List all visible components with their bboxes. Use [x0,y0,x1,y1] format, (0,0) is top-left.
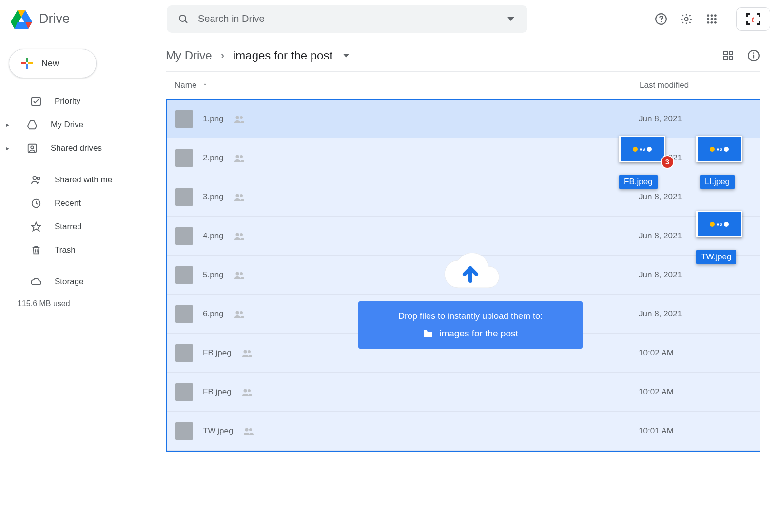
svg-rect-50 [724,51,727,55]
sidebar-item-label: Recent [55,198,81,208]
breadcrumb-root[interactable]: My Drive [166,49,212,62]
shared-drives-icon [25,143,39,154]
file-row[interactable]: 4.pngJun 8, 2021 [167,217,760,256]
folder-dropdown-icon[interactable] [343,54,349,58]
sidebar-item-storage[interactable]: Storage [0,270,161,294]
checkbox-checked-icon [29,96,43,107]
svg-rect-33 [759,13,760,17]
search-icon[interactable] [176,12,190,26]
shared-icon [243,427,254,435]
column-header-name[interactable]: Name ↑ [175,80,640,91]
file-row[interactable]: 5.pngJun 8, 2021 [167,256,760,295]
file-row[interactable]: FB.jpeg10:02 AM [167,373,760,412]
shared-icon [234,310,245,318]
file-modified: Jun 8, 2021 [639,270,751,280]
help-icon[interactable] [654,12,668,26]
svg-point-44 [31,146,34,149]
svg-marker-42 [28,121,37,129]
svg-point-46 [38,177,40,180]
svg-point-19 [707,14,709,17]
sidebar-item-shared-with-me[interactable]: Shared with me [0,168,161,192]
star-icon [29,221,43,232]
sidebar-item-label: Shared drives [51,143,102,153]
column-headers: Name ↑ Last modified [166,72,760,99]
file-name: 5.png [203,270,224,280]
svg-point-64 [240,233,243,236]
svg-point-72 [248,389,251,392]
file-modified: 10:01 AM [639,426,751,436]
file-modified: Jun 8, 2021 [639,114,751,124]
shared-icon [241,388,253,396]
breadcrumb-current[interactable]: images for the post [233,49,332,62]
breadcrumb: My Drive › images for the post [166,49,760,62]
svg-point-59 [235,155,239,158]
file-modified: Jun 8, 2021 [639,309,751,319]
svg-point-67 [235,311,239,314]
sidebar-item-recent[interactable]: Recent [0,192,161,215]
chevron-right-icon: › [221,49,224,62]
svg-point-56 [753,52,755,54]
sidebar-item-label: Storage [55,277,84,287]
sidebar-bottom-section: Storage 115.6 MB used [0,267,161,311]
search-bar[interactable] [167,5,527,33]
file-thumbnail [176,383,193,401]
sidebar-item-label: Trash [55,245,76,255]
svg-point-66 [240,272,243,275]
trash-icon [29,245,43,256]
expand-arrow-icon[interactable]: ▸ [2,145,14,152]
svg-point-63 [235,233,239,236]
column-header-modified[interactable]: Last modified [640,80,752,90]
search-input[interactable] [198,13,496,24]
file-list-drop-zone[interactable]: 1.pngJun 8, 20212.pngJun 8, 20213.pngJun… [166,99,760,452]
svg-rect-38 [26,64,28,69]
file-row[interactable]: 3.pngJun 8, 2021 [167,177,760,217]
shared-icon [234,154,245,162]
svg-point-57 [235,116,239,119]
file-thumbnail [176,305,193,323]
svg-point-23 [711,18,713,20]
sidebar-item-label: Priority [55,97,80,106]
drive-icon [25,119,39,130]
file-thumbnail [176,422,193,440]
svg-point-45 [33,177,37,180]
sidebar-item-priority[interactable]: Priority [0,90,161,113]
new-button[interactable]: New [9,49,97,78]
file-row[interactable]: TW.jpeg10:01 AM [167,412,760,451]
shared-icon [241,349,253,357]
file-name: FB.jpeg [203,387,232,397]
grid-view-icon[interactable] [722,49,735,62]
sidebar-item-starred[interactable]: Starred [0,215,161,238]
svg-point-13 [179,15,186,21]
logo-block[interactable]: Drive [10,7,161,31]
svg-point-26 [711,21,713,23]
apps-grid-icon[interactable] [705,12,719,26]
settings-gear-icon[interactable] [680,12,693,26]
svg-point-18 [685,17,688,20]
file-thumbnail [176,110,193,128]
sidebar-item-my-drive[interactable]: ▸ My Drive [0,113,161,137]
svg-point-17 [661,21,662,22]
sidebar-item-label: My Drive [51,120,83,130]
sidebar-item-trash[interactable]: Trash [0,238,161,262]
svg-point-61 [235,194,239,197]
file-row[interactable]: 2.pngJun 8, 2021 [167,138,760,177]
sort-ascending-icon[interactable]: ↑ [202,80,207,91]
file-row[interactable]: 6.pngJun 8, 2021 [167,295,760,334]
search-options-dropdown-icon[interactable] [504,12,518,26]
file-modified: Jun 8, 2021 [639,192,751,202]
expand-arrow-icon[interactable]: ▸ [2,121,14,128]
svg-rect-35 [759,21,760,25]
svg-point-21 [714,14,717,17]
shared-icon [234,193,245,201]
svg-rect-40 [28,62,33,64]
storage-used-text: 115.6 MB used [0,294,161,308]
extension-badge[interactable]: t [736,7,770,31]
file-row[interactable]: 1.pngJun 8, 2021 [167,99,760,138]
svg-rect-39 [21,62,26,64]
column-header-label: Last modified [640,80,689,90]
file-row[interactable]: FB.jpeg10:02 AM [167,334,760,373]
svg-rect-37 [26,58,28,62]
sidebar-item-shared-drives[interactable]: ▸ Shared drives [0,137,161,160]
info-icon[interactable] [747,49,760,62]
svg-point-69 [243,350,247,353]
